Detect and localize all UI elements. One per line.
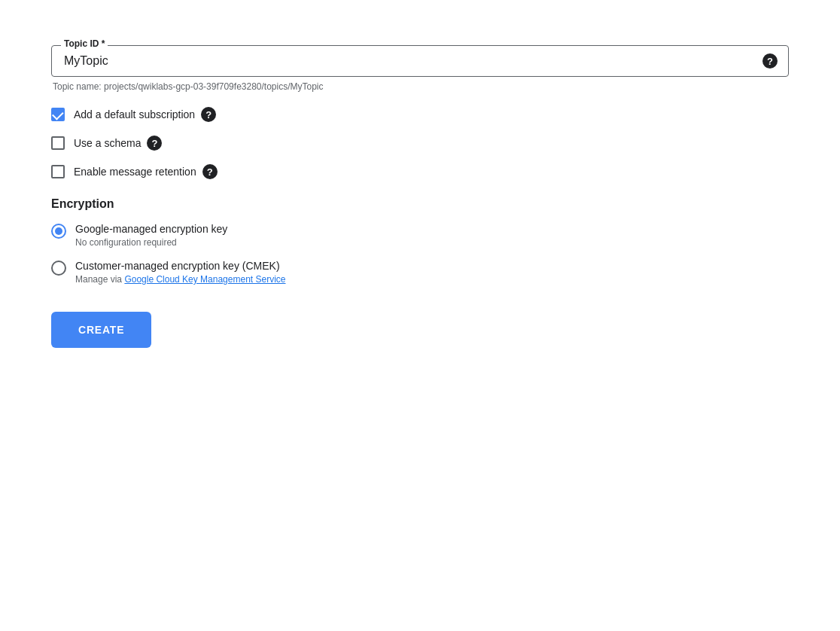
encryption-radio-group: Google-managed encryption key No configu… bbox=[51, 223, 789, 285]
radio-sublabel-google-managed: No configuration required bbox=[75, 237, 227, 248]
topic-id-field-group: Topic ID * ? Topic name: projects/qwikla… bbox=[51, 45, 789, 92]
checkbox-label-message-retention: Enable message retention ? bbox=[74, 164, 218, 179]
checkbox-row-message-retention: Enable message retention ? bbox=[51, 164, 789, 179]
radio-row-cmek: Customer-managed encryption key (CMEK) M… bbox=[51, 260, 789, 285]
radio-content-google-managed: Google-managed encryption key No configu… bbox=[75, 223, 227, 248]
checkbox-add-subscription[interactable] bbox=[51, 108, 65, 121]
radio-label-google-managed: Google-managed encryption key bbox=[75, 223, 227, 235]
checkbox-use-schema[interactable] bbox=[51, 136, 65, 150]
topic-id-label: Topic ID * bbox=[61, 38, 108, 49]
encryption-section-title: Encryption bbox=[51, 197, 789, 211]
form-container: Topic ID * ? Topic name: projects/qwikla… bbox=[21, 30, 819, 363]
create-button[interactable]: CREATE bbox=[51, 312, 151, 348]
topic-id-text-field: Topic ID * ? bbox=[51, 45, 789, 77]
radio-google-managed[interactable] bbox=[51, 224, 66, 239]
checkbox-message-retention[interactable] bbox=[51, 165, 65, 178]
radio-content-cmek: Customer-managed encryption key (CMEK) M… bbox=[75, 260, 286, 285]
use-schema-help-icon[interactable]: ? bbox=[147, 136, 162, 151]
checkbox-label-use-schema: Use a schema ? bbox=[74, 136, 162, 151]
kms-link[interactable]: Google Cloud Key Management Service bbox=[124, 274, 285, 285]
topic-id-input[interactable] bbox=[64, 54, 762, 68]
topic-id-help-icon[interactable]: ? bbox=[762, 53, 778, 69]
radio-sublabel-cmek: Manage via Google Cloud Key Management S… bbox=[75, 274, 286, 285]
checkbox-label-add-subscription: Add a default subscription ? bbox=[74, 107, 216, 122]
radio-cmek[interactable] bbox=[51, 261, 66, 276]
add-subscription-help-icon[interactable]: ? bbox=[201, 107, 216, 122]
checkbox-group: Add a default subscription ? Use a schem… bbox=[51, 107, 789, 179]
encryption-section: Encryption Google-managed encryption key… bbox=[51, 197, 789, 285]
topic-name-hint: Topic name: projects/qwiklabs-gcp-03-39f… bbox=[51, 81, 789, 92]
checkbox-row-use-schema: Use a schema ? bbox=[51, 136, 789, 151]
radio-row-google-managed: Google-managed encryption key No configu… bbox=[51, 223, 789, 248]
checkbox-row-add-subscription: Add a default subscription ? bbox=[51, 107, 789, 122]
radio-label-cmek: Customer-managed encryption key (CMEK) bbox=[75, 260, 286, 272]
message-retention-help-icon[interactable]: ? bbox=[202, 164, 218, 179]
